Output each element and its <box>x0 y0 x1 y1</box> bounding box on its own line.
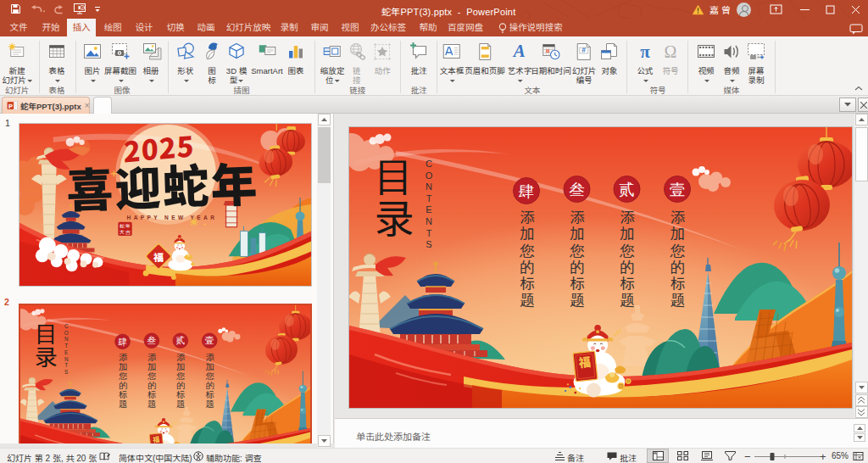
svg-text:A: A <box>512 41 526 61</box>
svg-text:P: P <box>8 103 13 110</box>
svg-text:#: # <box>582 46 587 54</box>
svg-text:π: π <box>640 42 650 62</box>
svg-text:Ω: Ω <box>665 42 677 61</box>
